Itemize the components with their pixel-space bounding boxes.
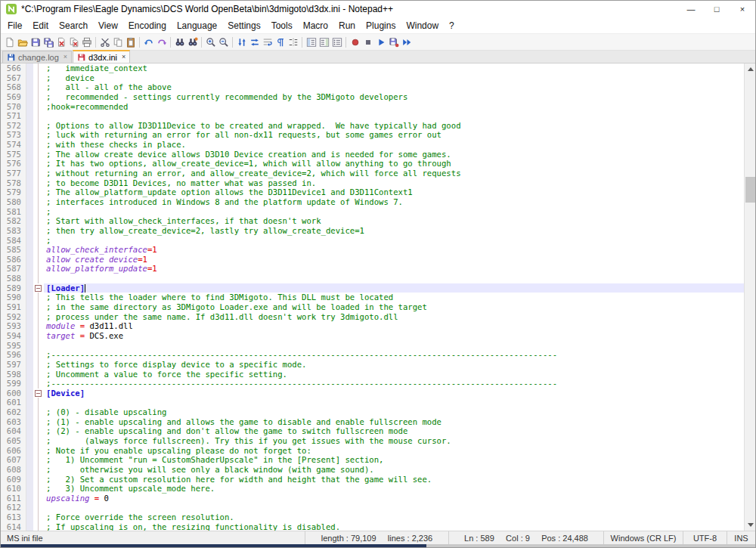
editor-line[interactable]: 599;------------------------------------…	[1, 379, 744, 389]
code-text[interactable]: allow_check_interface=1	[44, 245, 744, 255]
menu-item-language[interactable]: Language	[172, 18, 222, 33]
editor-line[interactable]: 583; then try allow_create_device=2, las…	[1, 226, 744, 236]
editor-text-area[interactable]: 566; immediate_context567; device568; al…	[1, 63, 744, 531]
editor-line[interactable]: 581;	[1, 207, 744, 217]
editor-line[interactable]: 591; in the same directory as 3DMigoto L…	[1, 302, 744, 312]
editor-line[interactable]: 614; If upscaling is on, the resizing fu…	[1, 522, 744, 531]
editor[interactable]: 566; immediate_context567; device568; al…	[1, 63, 755, 531]
editor-line[interactable]: 606; Note if you enable upscaling please…	[1, 446, 744, 456]
scrollbar-thumb[interactable]	[745, 177, 755, 203]
editor-line[interactable]: 605; (always force fullscreen). Try this…	[1, 436, 744, 446]
editor-line[interactable]: 579; The allow_platform_update option al…	[1, 187, 744, 197]
editor-line[interactable]: 588	[1, 274, 744, 283]
code-text[interactable]	[44, 341, 744, 351]
editor-line[interactable]: 586allow_create_device=1	[1, 255, 744, 265]
menu-item-help[interactable]: ?	[444, 18, 460, 33]
save-file-icon[interactable]	[29, 35, 42, 49]
editor-line[interactable]: 571	[1, 111, 744, 121]
code-text[interactable]: ;	[44, 207, 744, 217]
menu-item-settings[interactable]: Settings	[222, 18, 265, 33]
tab-close-icon[interactable]: ×	[64, 54, 67, 60]
code-text[interactable]: ; If upscaling is on, the resizing funct…	[44, 522, 744, 531]
code-text[interactable]: ; (2) - enable upscaling and don't allow…	[44, 426, 744, 436]
editor-line[interactable]: 568; all - all of the above	[1, 82, 744, 92]
close-file-icon[interactable]	[54, 35, 67, 49]
tab-change-log[interactable]: change.log×	[2, 51, 72, 63]
editor-line[interactable]: 594target = DCS.exe	[1, 331, 744, 341]
code-text[interactable]: ; This tells the loader where to find 3D…	[44, 293, 744, 302]
save-macro-icon[interactable]	[387, 35, 400, 49]
menu-item-plugins[interactable]: Plugins	[361, 18, 401, 33]
code-text[interactable]: ;hook=recommended	[44, 102, 744, 112]
vertical-scrollbar[interactable]	[744, 63, 755, 531]
cut-icon[interactable]	[98, 35, 111, 49]
editor-line[interactable]: 602; (0) - disable upscaling	[1, 407, 744, 417]
code-text[interactable]: ; Start with allow_check_interfaces, if …	[44, 216, 744, 226]
menu-item-search[interactable]: Search	[54, 18, 93, 33]
code-text[interactable]: ; all - all of the above	[44, 82, 744, 92]
code-text[interactable]	[44, 398, 744, 407]
code-text[interactable]: module = d3d11.dll	[44, 321, 744, 331]
code-text[interactable]: ; process under the same name. If d3d11.…	[44, 312, 744, 322]
run-macro-multiple-icon[interactable]	[400, 35, 413, 49]
code-text[interactable]: ; The allow_create_device allows D3D10 D…	[44, 150, 744, 159]
code-text[interactable]: ; immediate_context	[44, 63, 744, 73]
save-all-icon[interactable]	[42, 35, 54, 49]
editor-line[interactable]: 572; Options to allow ID3D11Device to be…	[1, 121, 744, 131]
paste-icon[interactable]	[124, 35, 137, 49]
code-text[interactable]: allow_create_device=1	[44, 255, 744, 265]
editor-line[interactable]: 577; without returning an error, and all…	[1, 169, 744, 178]
scroll-up-arrow-icon[interactable]	[745, 63, 755, 75]
editor-line[interactable]: 596;------------------------------------…	[1, 350, 744, 360]
maximize-button[interactable]: □	[704, 1, 730, 17]
code-text[interactable]: ; to become D3D11 Devices, no matter wha…	[44, 178, 744, 188]
function-list-icon[interactable]	[305, 35, 318, 49]
find-icon[interactable]	[173, 35, 186, 49]
code-text[interactable]: ; Force override the screen resolution.	[44, 512, 744, 522]
undo-icon[interactable]	[142, 35, 155, 49]
code-text[interactable]: ; 1) Uncomment "run = CustomShaderUpscal…	[44, 455, 744, 465]
code-text[interactable]: ; in the same directory as 3DMigoto Load…	[44, 302, 744, 312]
editor-line[interactable]: 592; process under the same name. If d3d…	[1, 312, 744, 322]
word-wrap-icon[interactable]	[261, 35, 274, 49]
code-text[interactable]: allow_platform_update=1	[44, 264, 744, 274]
code-text[interactable]: ;	[44, 236, 744, 246]
editor-line[interactable]: 566; immediate_context	[1, 63, 744, 73]
zoom-in-icon[interactable]	[204, 35, 217, 49]
code-text[interactable]: ; (1) - enable upscaling and allows the …	[44, 417, 744, 427]
replace-icon[interactable]	[186, 35, 199, 49]
editor-line[interactable]: 595	[1, 341, 744, 351]
editor-line[interactable]: 593module = d3d11.dll	[1, 321, 744, 331]
code-text[interactable]: ; interfaces introduced in Windows 8 and…	[44, 197, 744, 207]
code-text[interactable]: [Device]	[44, 389, 744, 398]
code-text[interactable]	[44, 274, 744, 283]
tab-d3dx-ini[interactable]: d3dx.ini×	[73, 50, 130, 63]
indent-guide-icon[interactable]	[287, 35, 299, 49]
editor-line[interactable]: 578; to become D3D11 Devices, no matter …	[1, 178, 744, 188]
code-text[interactable]: ; Settings to force display device to a …	[44, 360, 744, 370]
code-text[interactable]: ; Uncomment a value to force the specifi…	[44, 370, 744, 379]
editor-line[interactable]: 604; (2) - enable upscaling and don't al…	[1, 426, 744, 436]
code-text[interactable]	[44, 111, 744, 121]
editor-line[interactable]: 600[Device]	[1, 389, 744, 398]
editor-line[interactable]: 575; The allow_create_device allows D3D1…	[1, 150, 744, 159]
copy-icon[interactable]	[111, 35, 124, 49]
code-text[interactable]: ; 2) Set a custom resolution here for wi…	[44, 475, 744, 485]
code-text[interactable]: ; (0) - disable upscaling	[44, 407, 744, 417]
code-text[interactable]: [Loader]	[44, 283, 744, 293]
record-macro-icon[interactable]	[349, 35, 361, 49]
menu-item-encoding[interactable]: Encoding	[123, 18, 172, 33]
code-text[interactable]: upscaling = 0	[44, 494, 744, 503]
editor-line[interactable]: 612	[1, 503, 744, 512]
editor-line[interactable]: 570;hook=recommended	[1, 102, 744, 112]
editor-line[interactable]: 608; otherwise you will see only a black…	[1, 465, 744, 475]
menu-item-view[interactable]: View	[93, 18, 123, 33]
editor-line[interactable]: 597; Settings to force display device to…	[1, 360, 744, 370]
editor-line[interactable]: 609; 2) Set a custom resolution here for…	[1, 475, 744, 485]
editor-line[interactable]: 574; with these checks in place.	[1, 140, 744, 150]
code-text[interactable]: ; device	[44, 73, 744, 83]
code-text[interactable]: ;---------------------------------------…	[44, 379, 744, 389]
editor-line[interactable]: 567; device	[1, 73, 744, 83]
print-icon[interactable]	[80, 35, 93, 49]
editor-line[interactable]: 603; (1) - enable upscaling and allows t…	[1, 417, 744, 427]
